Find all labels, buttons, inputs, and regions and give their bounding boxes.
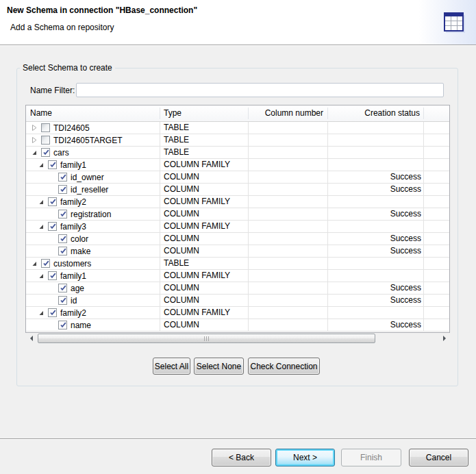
back-button[interactable]: < Back [212, 449, 271, 466]
table-row[interactable]: family1COLUMN FAMILY [26, 159, 449, 171]
row-type-cell: COLUMN [164, 319, 199, 331]
table-row[interactable]: registrationCOLUMNSuccess [26, 208, 449, 221]
collapse-icon[interactable] [38, 222, 48, 232]
collapse-icon[interactable] [38, 160, 48, 170]
row-name-cell: customers [26, 258, 165, 269]
row-name-label: age [71, 284, 84, 293]
name-filter-label: Name Filter: [30, 86, 75, 95]
row-name-cell: id [26, 295, 182, 306]
table-row[interactable]: colorCOLUMNSuccess [26, 233, 449, 245]
table-row[interactable]: makeCOLUMNSuccess [26, 245, 449, 258]
row-creation-status-cell: Success [327, 233, 421, 245]
table-row[interactable]: nameCOLUMNSuccess [26, 319, 449, 332]
table-header: Name Type Column number Creation status [26, 105, 449, 122]
row-name-label: customers [53, 259, 91, 269]
row-checkbox-checked[interactable] [48, 160, 57, 169]
scroll-right-button[interactable] [438, 333, 450, 344]
row-creation-status-cell: Success [327, 171, 421, 183]
table-row[interactable]: family3COLUMN FAMILY [26, 221, 449, 233]
row-checkbox-checked[interactable] [48, 308, 57, 317]
table-row[interactable]: id_resellerCOLUMNSuccess [26, 184, 449, 196]
finish-button[interactable]: Finish [341, 449, 401, 466]
row-type-cell: COLUMN [164, 295, 199, 306]
table-row[interactable]: customersTABLE [26, 258, 449, 270]
row-type-cell: COLUMN [164, 184, 199, 195]
row-checkbox-checked[interactable] [41, 259, 50, 268]
collapse-icon[interactable] [38, 308, 48, 318]
row-checkbox-unchecked[interactable] [41, 136, 50, 145]
table-row[interactable]: TDI24605TABLE [26, 122, 449, 134]
row-name-cell: family3 [26, 221, 172, 232]
column-header-name[interactable]: Name [26, 105, 160, 121]
select-all-button[interactable]: Select All [153, 358, 190, 375]
row-type-cell: TABLE [164, 122, 189, 134]
row-checkbox-checked[interactable] [58, 185, 67, 194]
row-creation-status-cell [327, 221, 421, 232]
row-type-cell: COLUMN FAMILY [164, 196, 230, 208]
row-checkbox-unchecked[interactable] [41, 123, 50, 132]
row-type-cell: COLUMN FAMILY [164, 159, 230, 171]
collapse-icon[interactable] [38, 197, 48, 207]
collapse-icon[interactable] [38, 271, 48, 281]
expander-spacer [49, 234, 58, 244]
table-row[interactable]: family2COLUMN FAMILY [26, 307, 449, 319]
scroll-left-button[interactable] [25, 333, 37, 344]
row-checkbox-checked[interactable] [41, 148, 50, 157]
row-checkbox-checked[interactable] [48, 271, 57, 280]
next-button[interactable]: Next > [275, 449, 335, 466]
row-creation-status-cell [327, 122, 421, 134]
scroll-left-icon [30, 336, 33, 341]
row-checkbox-checked[interactable] [58, 210, 67, 219]
row-name-label: id_owner [71, 173, 104, 182]
row-checkbox-checked[interactable] [58, 173, 67, 182]
row-type-cell: TABLE [164, 258, 189, 269]
row-checkbox-checked[interactable] [48, 197, 57, 206]
table-row[interactable]: id_ownerCOLUMNSuccess [26, 171, 449, 184]
row-name-cell: family2 [26, 307, 172, 319]
expand-icon[interactable] [32, 123, 41, 133]
expander-spacer [49, 173, 58, 182]
row-checkbox-checked[interactable] [58, 284, 67, 292]
column-header-creation-status[interactable]: Creation status [327, 105, 423, 121]
column-header-column-number[interactable]: Column number [248, 105, 327, 121]
row-creation-status-cell: Success [327, 319, 421, 331]
row-creation-status-cell [327, 270, 421, 282]
select-none-button[interactable]: Select None [194, 358, 244, 375]
table-row[interactable]: carsTABLE [26, 147, 449, 159]
check-connection-button[interactable]: Check Connection [248, 358, 320, 375]
page-title: New Schema in connection "HBase_connecti… [7, 5, 197, 15]
column-header-type[interactable]: Type [160, 105, 248, 121]
row-name-cell: TDI24605TARGET [26, 134, 165, 146]
row-type-cell: COLUMN [164, 282, 199, 294]
cancel-button[interactable]: Cancel [409, 449, 468, 466]
row-name-label: family3 [60, 222, 86, 232]
scrollbar-thumb[interactable] [38, 334, 375, 343]
row-name-label: TDI24605 [53, 123, 90, 133]
row-name-label: color [71, 234, 88, 244]
horizontal-scrollbar[interactable] [25, 333, 450, 344]
collapse-icon[interactable] [32, 148, 41, 158]
table-row[interactable]: TDI24605TARGETTABLE [26, 134, 449, 147]
collapse-icon[interactable] [32, 259, 41, 269]
table-row[interactable]: ageCOLUMNSuccess [26, 282, 449, 295]
row-type-cell: TABLE [164, 147, 189, 158]
name-filter-input[interactable] [76, 83, 444, 97]
row-checkbox-checked[interactable] [48, 222, 57, 231]
row-name-cell: TDI24605 [26, 122, 165, 134]
table-row[interactable]: idCOLUMNSuccess [26, 295, 449, 307]
row-checkbox-checked[interactable] [58, 296, 67, 305]
row-checkbox-checked[interactable] [58, 247, 67, 255]
row-name-cell: age [26, 282, 182, 294]
row-type-cell: TABLE [164, 134, 189, 146]
row-checkbox-checked[interactable] [58, 321, 67, 329]
schema-groupbox-label: Select Schema to create [20, 63, 115, 73]
table-row[interactable]: family1COLUMN FAMILY [26, 270, 449, 282]
expander-spacer [49, 185, 58, 195]
row-type-cell: COLUMN [164, 171, 199, 183]
row-name-cell: id_owner [26, 171, 182, 183]
row-checkbox-checked[interactable] [58, 234, 67, 243]
row-name-cell: family1 [26, 270, 172, 282]
expand-icon[interactable] [32, 136, 41, 145]
table-row[interactable]: family2COLUMN FAMILY [26, 196, 449, 208]
row-creation-status-cell [327, 307, 421, 319]
